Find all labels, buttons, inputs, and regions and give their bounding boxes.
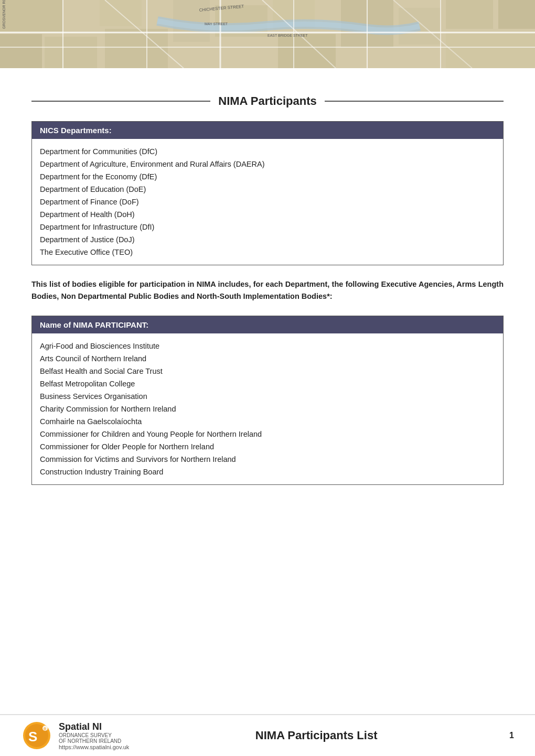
- ordnance-survey-logo-icon: S ®: [21, 721, 52, 750]
- nics-departments-box: NICS Departments: Department for Communi…: [31, 121, 504, 265]
- page-footer: S ® Spatial NI ORDNANCE SURVEY OF NORTHE…: [0, 714, 535, 756]
- department-item: Department of Justice (DoJ): [40, 233, 495, 246]
- svg-text:®: ®: [44, 727, 47, 731]
- page-title: NIMA Participants: [218, 94, 316, 108]
- spatial-ni-brand: Spatial NI: [59, 721, 129, 732]
- participant-item: Construction Industry Training Board: [40, 466, 495, 478]
- participant-item: Agri-Food and Biosciences Institute: [40, 340, 495, 352]
- svg-text:S: S: [28, 729, 37, 744]
- participants-header: Name of NIMA PARTICIPANT:: [32, 316, 503, 333]
- footer-document-title: NIMA Participants List: [129, 729, 504, 742]
- svg-rect-5: [105, 29, 168, 68]
- department-item: Department of Health (DoH): [40, 208, 495, 221]
- participant-item: Charity Commission for Northern Ireland: [40, 403, 495, 415]
- department-item: Department of Education (DoE): [40, 183, 495, 196]
- department-item: Department for the Economy (DfE): [40, 170, 495, 183]
- svg-rect-14: [498, 0, 535, 29]
- svg-text:EAST BRIDGE STREET: EAST BRIDGE STREET: [268, 34, 308, 37]
- title-line-right: [325, 101, 504, 102]
- participant-item: Belfast Metropolitan College: [40, 377, 495, 390]
- participant-item: Comhairle na Gaelscolaíochta: [40, 415, 495, 428]
- svg-rect-12: [446, 0, 493, 29]
- participant-item: Commissioner for Children and Young Peop…: [40, 428, 495, 440]
- svg-rect-13: [446, 31, 535, 68]
- department-item: Department for Communities (DfC): [40, 145, 495, 158]
- footer-page-number: 1: [504, 731, 514, 740]
- participants-list: Agri-Food and Biosciences InstituteArts …: [32, 333, 503, 484]
- footer-url: https://www.spatialni.gov.uk: [59, 744, 129, 750]
- participant-item: Belfast Health and Social Care Trust: [40, 365, 495, 377]
- department-item: Department of Agriculture, Environment a…: [40, 158, 495, 170]
- footer-brand-text: Spatial NI ORDNANCE SURVEY OF NORTHERN I…: [59, 721, 129, 750]
- participant-item: Commission for Victims and Survivors for…: [40, 453, 495, 466]
- page-content: NIMA Participants NICS Departments: Depa…: [0, 68, 535, 545]
- svg-rect-9: [278, 34, 336, 68]
- page-title-section: NIMA Participants: [31, 94, 504, 108]
- participant-item: Arts Council of Northern Ireland: [40, 352, 495, 365]
- map-header: CHICHESTER STREET MAY STREET EAST BRIDGE…: [0, 0, 535, 68]
- title-line-left: [31, 101, 210, 102]
- departments-list: Department for Communities (DfC)Departme…: [32, 139, 503, 265]
- ordnance-survey-sub: ORDNANCE SURVEY OF NORTHERN IRELAND: [59, 732, 129, 744]
- participant-item: Business Services Organisation: [40, 390, 495, 403]
- svg-text:GROSVENOR ROAD: GROSVENOR ROAD: [2, 0, 6, 29]
- department-item: The Executive Office (TEO): [40, 246, 495, 258]
- svg-rect-3: [45, 37, 97, 68]
- eligibility-paragraph: This list of bodies eligible for partici…: [31, 278, 504, 303]
- nics-header: NICS Departments:: [32, 122, 503, 139]
- svg-rect-2: [0, 34, 42, 68]
- department-item: Department for Infrastructure (DfI): [40, 221, 495, 233]
- department-item: Department of Finance (DoF): [40, 196, 495, 208]
- footer-logo-group: S ® Spatial NI ORDNANCE SURVEY OF NORTHE…: [21, 721, 129, 750]
- participant-item: Commissioner for Older People for Northe…: [40, 440, 495, 453]
- participants-box: Name of NIMA PARTICIPANT: Agri-Food and …: [31, 316, 504, 485]
- svg-text:MAY STREET: MAY STREET: [205, 22, 228, 26]
- svg-rect-1: [0, 0, 63, 31]
